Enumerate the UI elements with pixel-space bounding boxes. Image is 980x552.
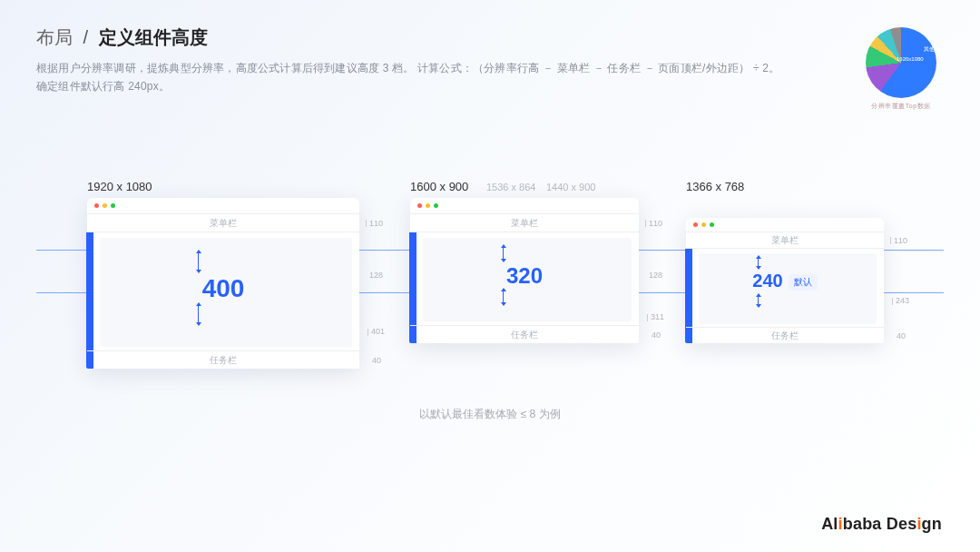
resolution-label-2b: 1440 x 900 <box>546 182 595 192</box>
menubar-height: 110 <box>645 219 662 228</box>
content-area: 240默认 243 <box>686 249 884 327</box>
taskbar-row: 任务栏 40 <box>87 350 359 369</box>
margin-height: 128 <box>649 271 662 280</box>
traffic-light-max-icon <box>111 203 115 208</box>
resolution-pie-chart: 1920x1080 其他 分辨率覆盖Top数据 <box>860 27 942 111</box>
subtitle-line-1: 根据用户分辨率调研，提炼典型分辨率，高度公式计算后得到建议高度 3 档。 计算公… <box>36 59 944 77</box>
menubar-label: 菜单栏 <box>511 217 538 230</box>
component-height-value: 320 <box>410 263 639 289</box>
content-area: 128 320 311 <box>410 232 639 325</box>
page-header: 布局 / 定义组件高度 根据用户分辨率调研，提炼典型分辨率，高度公式计算后得到建… <box>36 25 944 96</box>
menubar-row: 菜单栏 110 <box>410 214 639 232</box>
window-titlebar <box>87 198 359 214</box>
default-badge: 默认 <box>789 274 818 291</box>
resolution-label-3: 1366 x 768 <box>686 180 744 193</box>
menubar-row: 菜单栏 110 <box>686 232 884 249</box>
taskbar-label: 任务栏 <box>210 354 237 367</box>
traffic-light-close-icon <box>693 222 698 227</box>
menubar-height: 110 <box>366 219 383 228</box>
pie-caption: 分辨率覆盖Top数据 <box>860 102 942 111</box>
value-text: 240 <box>752 271 782 291</box>
taskbar-height: 40 <box>652 330 661 340</box>
margin-height: 128 <box>369 271 383 280</box>
window-titlebar <box>410 198 639 214</box>
menubar-label: 菜单栏 <box>210 217 237 230</box>
resolution-label-1: 1920 x 1080 <box>87 180 152 193</box>
taskbar-row: 任务栏 40 <box>686 327 884 343</box>
brand-part: Al <box>821 515 838 533</box>
pie-star-label: 其他 <box>924 45 935 54</box>
brand-part: baba Des <box>843 515 917 533</box>
arrow-down-icon <box>503 289 504 305</box>
title-main: 定义组件高度 <box>99 27 208 47</box>
arrow-up-icon <box>503 245 504 261</box>
resolution-label-2: 1600 x 900 <box>410 180 468 193</box>
taskbar-label: 任务栏 <box>511 329 538 341</box>
half-height: 243 <box>892 296 909 305</box>
arrow-up-icon <box>198 251 199 272</box>
title-prefix: 布局 <box>36 27 73 47</box>
traffic-light-min-icon <box>701 222 706 227</box>
pie-graphic: 1920x1080 其他 <box>866 27 936 98</box>
menubar-height: 110 <box>890 236 907 245</box>
taskbar-row: 任务栏 40 <box>410 325 639 343</box>
arrow-down-icon <box>758 294 759 307</box>
arrow-up-icon <box>758 256 759 269</box>
pie-main-label: 1920x1080 <box>897 56 924 62</box>
window-titlebar <box>686 218 884 232</box>
component-height-value: 400 <box>87 274 359 303</box>
traffic-light-close-icon <box>417 203 422 208</box>
content-area: 128 400 401 <box>87 232 359 350</box>
page-title: 布局 / 定义组件高度 <box>36 25 944 50</box>
brand-logo: Alibaba Design <box>821 515 942 534</box>
traffic-light-max-icon <box>710 222 714 227</box>
subtitle-line-2: 确定组件默认行高 240px。 <box>36 77 944 95</box>
half-height: 401 <box>368 327 385 336</box>
browser-mock-1366: 菜单栏 110 240默认 243 任务栏 40 <box>686 218 884 343</box>
page-subtitle: 根据用户分辨率调研，提炼典型分辨率，高度公式计算后得到建议高度 3 档。 计算公… <box>36 59 944 96</box>
traffic-light-close-icon <box>94 203 99 208</box>
traffic-light-min-icon <box>103 203 107 208</box>
title-separator: / <box>83 27 89 47</box>
resolution-label-2a: 1536 x 864 <box>486 182 535 192</box>
traffic-light-max-icon <box>434 203 438 208</box>
traffic-light-min-icon <box>426 203 430 208</box>
taskbar-height: 40 <box>372 356 381 365</box>
browser-mock-1600: 菜单栏 110 128 320 311 任务栏 40 <box>410 198 639 343</box>
browser-mock-1920: 菜单栏 110 128 400 401 任务栏 40 <box>87 198 359 369</box>
menubar-label: 菜单栏 <box>771 234 799 247</box>
taskbar-height: 40 <box>897 331 906 340</box>
taskbar-label: 任务栏 <box>771 330 799 342</box>
half-height: 311 <box>647 312 664 321</box>
component-height-value: 240默认 <box>686 271 884 291</box>
menubar-row: 菜单栏 110 <box>87 214 359 232</box>
brand-part: gn <box>922 515 942 533</box>
arrow-down-icon <box>198 303 199 325</box>
footer-note: 以默认最佳看数体验 ≤ 8 为例 <box>0 407 980 422</box>
